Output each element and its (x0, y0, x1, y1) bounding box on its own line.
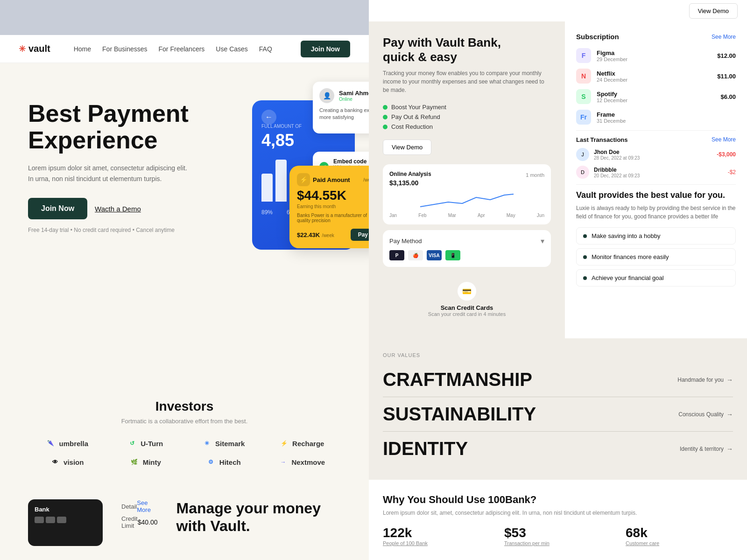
pay-button[interactable]: Pay (351, 229, 369, 241)
vault-feature-text-2: Monitor finances more easily (592, 253, 669, 260)
pay-method-card: Pay Method ▾ P 🍎 VISA 📱 (383, 230, 551, 267)
jhon-info: Jhon Doe 28 Dec, 2022 at 09:23 (594, 149, 712, 161)
analysis-chart-svg (389, 190, 544, 209)
netflix-logo: N (576, 69, 591, 84)
scan-icon: 💳 (458, 282, 476, 301)
top-right-bar: View Demo (369, 0, 747, 21)
stat-label-1: People of 100 Bank (383, 540, 490, 546)
values-right-1: Handmade for you → (677, 376, 733, 384)
investor-vision: 👁 vision (28, 457, 106, 467)
bottom-teaser: Bank Detail See More Credit Limit $40.00… (0, 485, 369, 560)
view-demo-button[interactable]: View Demo (383, 140, 431, 155)
nav-join-button[interactable]: Join Now (301, 41, 350, 57)
yellow-pay-period: /week (322, 233, 334, 238)
figma-amount: $12.00 (717, 52, 736, 59)
nav-businesses[interactable]: For Businesses (102, 45, 147, 53)
hero-cards: ← FULL AMOUNT OF 4,85 89% 67% 👤 (238, 72, 369, 296)
hero-description: Lorem ipsum dolor sit amet, consectetur … (28, 163, 205, 184)
vault-dot-1 (583, 234, 587, 238)
subscription-header: Subscription See More (576, 33, 736, 41)
divider-1 (576, 130, 736, 131)
nav-freelancers[interactable]: For Freelancers (159, 45, 205, 53)
chat-message: Creating a banking experience that is mo… (319, 107, 369, 121)
bank-pay-title: Pay with Vault Bank, quick & easy (383, 35, 551, 64)
view-demo-button-top[interactable]: View Demo (689, 3, 738, 19)
dribbble-amount: -$2 (728, 169, 736, 175)
investor-sitemark: ✳ Sitemark (184, 439, 263, 448)
uturn-label: U-Turn (141, 440, 163, 448)
nav-home[interactable]: Home (74, 45, 91, 53)
logo-text: vault (28, 43, 50, 54)
subscription-section: Subscription See More F Figma 29 Decembe… (576, 33, 736, 125)
vault-feature-2: Monitor finances more easily (576, 248, 736, 266)
yellow-earning-label: Earning this month (297, 204, 369, 209)
values-item-sustainability: SUSTAINABILITY Conscious Quality → (383, 397, 733, 432)
values-arrow-1: → (726, 376, 733, 384)
see-more-link[interactable]: See More (137, 499, 157, 513)
hitech-icon: ⚙ (206, 457, 216, 467)
yellow-period: /week (363, 177, 369, 182)
logo-star-icon: ✳ (19, 44, 26, 54)
sub-netflix: N Netflix 24 December $11.00 (576, 69, 736, 84)
values-item-identity: IDENTITY Identity & territory → (383, 432, 733, 466)
right-panel: View Demo Pay with Vault Bank, quick & e… (369, 0, 747, 560)
pay-method-label: Pay Method (389, 238, 422, 245)
hero-demo-button[interactable]: Wacth a Demo (95, 205, 141, 213)
bank-pay-desc: Tracking your money flow enables you to … (383, 69, 551, 94)
analysis-chart-labels: JanFebMarAprMayJun (389, 213, 544, 218)
minty-label: Minty (143, 458, 161, 466)
analysis-card: Online Analysis 1 month $3,135.00 JanFeb… (383, 164, 551, 224)
vault-dot-3 (583, 276, 587, 280)
investor-hitech: ⚙ Hitech (184, 457, 263, 467)
vault-feature-text-1: Make saving into a hobby (592, 232, 660, 239)
hitech-label: Hitech (219, 458, 241, 466)
analysis-amount: $3,135.00 (389, 179, 544, 187)
navbar: ✳ vault Home For Businesses For Freelanc… (0, 35, 369, 63)
stat-number-3: 68k (626, 525, 733, 540)
hero-content: Best Payment Experience Lorem ipsum dolo… (28, 100, 205, 233)
back-button[interactable]: ← (261, 110, 276, 125)
analysis-title: Online Analysis (389, 171, 431, 177)
vision-label: vision (63, 458, 84, 466)
yellow-title: Paid Amount (313, 176, 350, 183)
embed-title: Embed code (333, 158, 369, 165)
vault-feature-3: Achieve your financial goal (576, 269, 736, 287)
vision-icon: 👁 (50, 457, 60, 467)
transactions-see-more[interactable]: See More (712, 136, 736, 143)
detail-label: Detail (121, 503, 137, 510)
frame-date: 31 Decembe (597, 118, 736, 124)
hero-join-button[interactable]: Join Now (28, 198, 87, 219)
nav-use-cases[interactable]: Use Cases (216, 45, 247, 53)
chat-avatar: 👤 (319, 88, 334, 103)
chat-header: 👤 Sami Ahmed Online 3h ago (319, 88, 369, 103)
values-right-3: Identity & territory → (680, 445, 733, 453)
dribbble-avatar: D (576, 166, 589, 179)
manage-title: Manage your money with Vault. (176, 499, 341, 535)
nav-links: Home For Businesses For Freelancers Use … (74, 45, 287, 53)
frame-info: Frame 31 Decembe (597, 111, 736, 124)
vault-feature-1: Make saving into a hobby (576, 227, 736, 245)
subscription-see-more[interactable]: See More (712, 34, 736, 40)
values-item-craftmanship: CRAFTMANSHIP Handmade for you → (383, 363, 733, 397)
hero-title-line1: Best Payment (28, 100, 189, 127)
dot-1 (35, 517, 44, 523)
sub-figma: F Figma 29 December $12.00 (576, 48, 736, 63)
feature-payout: Pay Out & Refund (383, 113, 551, 120)
investor-recharge: ⚡ Recharge (263, 439, 341, 448)
yellow-amount: $44.55K (297, 188, 369, 203)
feature-payout-text: Pay Out & Refund (391, 113, 440, 120)
pay-method-dropdown-icon[interactable]: ▾ (541, 237, 544, 245)
sub-spotify: S Spotify 12 December $6.00 (576, 89, 736, 104)
dribbble-name: Dribbble (594, 167, 723, 173)
yellow-icon: ⚡ (297, 173, 310, 186)
minty-icon: 🌿 (130, 457, 139, 467)
bank-pay-line1: Pay with Vault Bank, (383, 35, 501, 49)
investors-subtitle: Fortmatic is a collaborative effort from… (28, 418, 341, 425)
hero-note: Free 14-day trial • No credit card requi… (28, 227, 205, 233)
values-tag-2: Conscious Quality (678, 411, 724, 418)
scan-title: Scan Credit Cards (390, 304, 543, 311)
stat-number-1: 122k (383, 525, 490, 540)
chat-status: Online (339, 97, 369, 102)
hero-section: Best Payment Experience Lorem ipsum dolo… (0, 63, 369, 380)
nav-faq[interactable]: FAQ (259, 45, 272, 53)
